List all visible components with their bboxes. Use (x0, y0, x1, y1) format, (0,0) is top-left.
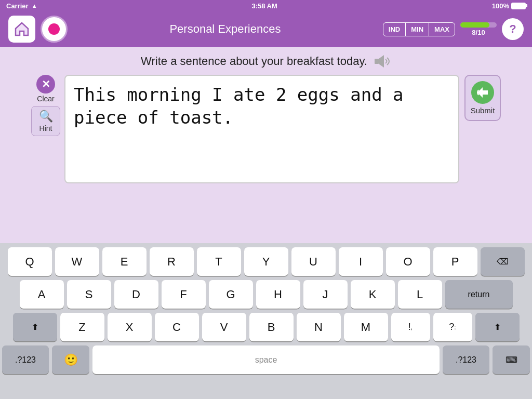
key-t[interactable]: T (197, 247, 241, 276)
clear-label: Clear (37, 95, 54, 103)
submit-label: Submit (471, 106, 495, 115)
record-dot (47, 22, 61, 36)
key-w[interactable]: W (55, 247, 99, 276)
keyboard-dismiss-key[interactable]: ⌨ (493, 345, 530, 374)
keyboard-row-bottom: .?123 🙂 space .?123 ⌨ (2, 345, 530, 374)
key-d[interactable]: D (114, 280, 158, 309)
hint-icon: 🔍 (39, 110, 53, 123)
svg-marker-1 (379, 55, 384, 68)
emoji-key[interactable]: 🙂 (52, 345, 89, 374)
header: Personal Experiences IND MIN MAX 8/10 ? (0, 11, 532, 47)
key-n[interactable]: N (297, 313, 341, 341)
max-button[interactable]: MAX (429, 23, 455, 36)
header-title: Personal Experiences (169, 22, 281, 36)
key-a[interactable]: A (20, 280, 64, 309)
speaker-submit-icon (475, 85, 490, 100)
status-bar: Carrier ▲ 3:58 AM 100% (0, 0, 532, 11)
keyboard-row-1: Q W E R T Y U I O P ⌫ (2, 247, 530, 276)
progress-text: 8/10 (472, 29, 485, 36)
key-excl-comma[interactable]: !, (391, 313, 430, 341)
key-v[interactable]: V (202, 313, 246, 341)
prompt-text: Write a sentence about your breakfast to… (141, 55, 367, 68)
shift-right-key[interactable]: ⬆ (475, 313, 520, 341)
header-right: IND MIN MAX 8/10 ? (383, 18, 524, 40)
key-o[interactable]: O (386, 247, 430, 276)
key-k[interactable]: K (351, 280, 395, 309)
key-e[interactable]: E (102, 247, 147, 276)
time-label: 3:58 AM (251, 2, 277, 10)
carrier-label: Carrier (6, 2, 29, 10)
numbers-key-left[interactable]: .?123 (2, 345, 49, 374)
key-b[interactable]: B (249, 313, 294, 341)
progress-section: 8/10 (460, 22, 497, 36)
key-y[interactable]: Y (244, 247, 288, 276)
ind-button[interactable]: IND (383, 23, 406, 36)
clear-button[interactable]: ✕ Clear (36, 75, 55, 103)
key-i[interactable]: I (339, 247, 383, 276)
key-c[interactable]: C (155, 313, 199, 341)
delete-key[interactable]: ⌫ (481, 247, 525, 276)
battery-section: 100% (492, 2, 526, 10)
header-left (8, 16, 68, 43)
left-buttons: ✕ Clear 🔍 Hint (31, 75, 60, 136)
progress-bar (460, 22, 497, 28)
return-key[interactable]: return (445, 280, 513, 309)
numbers-key-right[interactable]: .?123 (443, 345, 489, 374)
hint-label: Hint (39, 124, 52, 132)
keyboard-row-3: ⬆ Z X C V B N M !, ?: ⬆ (2, 313, 530, 341)
key-f[interactable]: F (162, 280, 206, 309)
key-x[interactable]: X (108, 313, 152, 341)
home-button[interactable] (8, 16, 35, 43)
submit-icon-bg (471, 81, 494, 104)
home-icon (14, 21, 30, 37)
difficulty-selector: IND MIN MAX (383, 22, 455, 36)
key-h[interactable]: H (256, 280, 300, 309)
key-z[interactable]: Z (60, 313, 104, 341)
help-icon: ? (509, 22, 516, 36)
min-button[interactable]: MIN (406, 23, 429, 36)
key-m[interactable]: M (344, 313, 388, 341)
key-j[interactable]: J (303, 280, 348, 309)
keyboard-row-2: A S D F G H J K L return (2, 280, 530, 309)
key-p[interactable]: P (433, 247, 477, 276)
prompt-row: Write a sentence about your breakfast to… (141, 54, 391, 69)
hint-button[interactable]: 🔍 Hint (31, 106, 60, 136)
space-key[interactable]: space (92, 345, 440, 374)
svg-rect-0 (375, 59, 379, 64)
progress-fill (460, 22, 489, 28)
textarea-row: ✕ Clear 🔍 Hint This morning I ate 2 eggs… (0, 75, 532, 183)
status-left: Carrier ▲ (6, 2, 37, 10)
battery-icon (511, 3, 526, 9)
speaker-icon (374, 54, 391, 69)
key-r[interactable]: R (150, 247, 194, 276)
submit-button[interactable]: Submit (464, 75, 501, 121)
shift-left-key[interactable]: ⬆ (13, 313, 57, 341)
key-g[interactable]: G (209, 280, 253, 309)
wifi-icon: ▲ (32, 3, 37, 9)
clear-icon: ✕ (36, 75, 55, 94)
key-q[interactable]: Q (8, 247, 52, 276)
text-input[interactable]: This morning I ate 2 eggs and a piece of… (64, 75, 459, 183)
key-u[interactable]: U (291, 247, 336, 276)
help-button[interactable]: ? (502, 18, 524, 40)
main-content: Write a sentence about your breakfast to… (0, 47, 532, 243)
battery-label: 100% (492, 2, 509, 10)
record-button[interactable] (41, 16, 68, 43)
key-l[interactable]: L (398, 280, 442, 309)
key-quest-colon[interactable]: ?: (433, 313, 472, 341)
speaker-button[interactable] (374, 54, 391, 69)
keyboard: Q W E R T Y U I O P ⌫ A S D F G H J K L … (0, 243, 532, 399)
key-s[interactable]: S (67, 280, 111, 309)
